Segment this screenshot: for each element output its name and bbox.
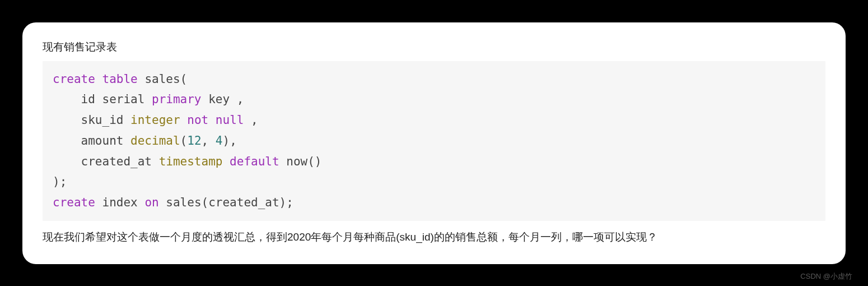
kw-timestamp: timestamp [159,155,223,168]
kw-table: table [102,72,138,86]
kw-primary: primary [152,93,202,106]
code-text: sku_id [53,113,130,127]
code-line-1: create table sales( [53,72,187,86]
code-text: ( [180,134,188,147]
code-text: id serial [53,93,152,106]
code-text: , [244,113,258,127]
num-12: 12 [187,134,201,147]
kw-create: create [53,72,95,86]
kw-integer: integer [130,113,180,127]
code-line-5: created_at timestamp default now() [53,155,321,168]
code-line-4: amount decimal(12, 4), [53,134,237,147]
watermark: CSDN @小虚竹 [800,271,852,282]
code-line-2: id serial primary key , [53,93,244,106]
content-card: 现有销售记录表 create table sales( id serial pr… [22,22,846,264]
code-text: created_at [53,155,159,168]
code-text: now() [279,155,322,168]
code-text: key , [202,93,244,106]
num-4: 4 [216,134,223,147]
code-text: , [202,134,216,147]
code-text: ); [53,175,67,188]
code-line-3: sku_id integer not null , [53,113,258,127]
code-block: create table sales( id serial primary ke… [43,61,825,221]
kw-on: on [144,196,158,209]
code-text: ), [223,134,237,147]
intro-text: 现有销售记录表 [43,39,825,56]
outro-text: 现在我们希望对这个表做一个月度的透视汇总，得到2020年每个月每种商品(sku_… [43,228,825,246]
code-line-7: create index on sales(created_at); [53,196,293,209]
kw-null: null [216,113,244,127]
code-text: sales( [138,72,188,86]
kw-create: create [53,196,95,209]
kw-default: default [230,155,279,168]
code-line-6: ); [53,175,67,188]
code-text: amount [53,134,130,147]
kw-not: not [187,113,208,127]
code-text: sales(created_at); [159,196,293,209]
code-text: index [95,196,145,209]
kw-decimal: decimal [130,134,180,147]
